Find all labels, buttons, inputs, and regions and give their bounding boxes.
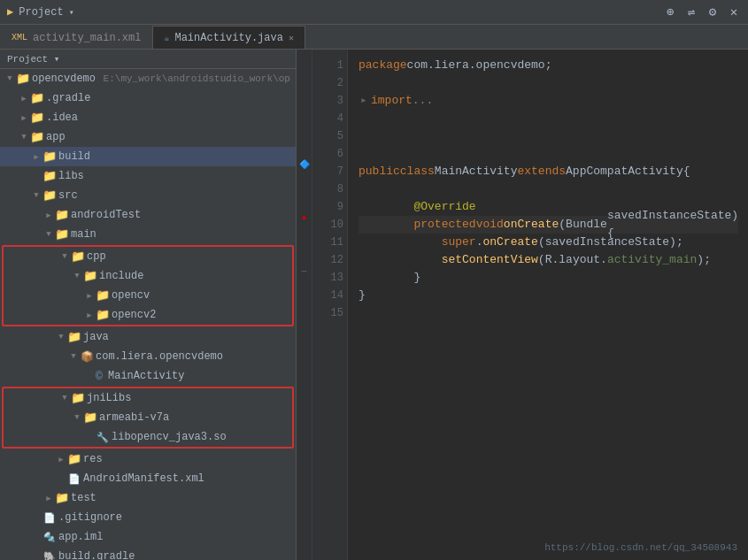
so-file-icon: 🔧: [96, 432, 110, 442]
tab-activity-main[interactable]: XML activity_main.xml: [0, 26, 152, 49]
layout-name: activity_main: [607, 251, 697, 269]
gutter-14: [297, 280, 312, 297]
gutter-12: [297, 244, 312, 262]
tree-item-com-liera[interactable]: ▼ 📦 com.liera.opencvdemo: [0, 347, 296, 366]
brace-close-class: }: [359, 287, 366, 304]
code-line-14: }: [359, 287, 738, 304]
arrow-opencvdemo: ▼: [4, 73, 16, 85]
folder-icon-libs: 📁: [42, 171, 57, 181]
folder-icon-app: 📁: [30, 132, 44, 142]
folder-icon-main: 📁: [55, 229, 69, 240]
brace-close-method: }: [413, 269, 420, 287]
folder-icon-jnilibs: 📁: [71, 393, 85, 403]
label-idea: .idea: [46, 111, 78, 124]
panel-header: Project ▾: [0, 50, 296, 69]
code-line-10: protected void onCreate(Bundle savedInst…: [359, 216, 738, 234]
split-icon[interactable]: ⇌: [684, 5, 698, 19]
gutter-4: [297, 103, 312, 120]
tree-item-res[interactable]: ▶ 📁 res: [0, 449, 296, 469]
folder-icon-include: 📁: [83, 271, 97, 281]
tree-item-opencvdemo[interactable]: ▼ 📁 opencvdemo E:\my_work\androidstudio_…: [0, 69, 296, 88]
close-icon[interactable]: ✕: [727, 5, 741, 19]
tree-item-src[interactable]: ▼ 📁 src: [0, 186, 296, 205]
label-androidtest: androidTest: [71, 209, 141, 221]
arrow-main: ▼: [42, 228, 55, 241]
label-src: src: [58, 189, 78, 202]
tree-item-app[interactable]: ▼ 📁 app: [0, 127, 296, 147]
tree-item-opencv[interactable]: ▶ 📁 opencv: [4, 286, 292, 305]
classname-appcompat: AppCompatActivity: [566, 163, 683, 180]
tree-item-gradle-hidden[interactable]: ▶ 📁 .gradle: [0, 88, 296, 108]
tree-item-build-gradle-app[interactable]: ▶ 🐘 build.gradle: [0, 547, 296, 560]
code-line-6: [359, 145, 738, 163]
arrow-gradle-hidden: ▶: [18, 92, 30, 104]
folder-icon-res: 📁: [67, 454, 81, 464]
gitignore-app-icon: 📄: [42, 512, 57, 523]
super-args: (savedInstanceState);: [538, 234, 683, 251]
java-class-icon: ©: [92, 371, 106, 381]
folder-icon-armeabi: 📁: [83, 412, 97, 423]
xml-tab-icon: XML: [12, 33, 27, 42]
tree-item-libopencv[interactable]: ▶ 🔧 libopencv_java3.so: [4, 427, 292, 447]
watermark: https://blog.csdn.net/qq_34508943: [544, 542, 737, 553]
label-opencv: opencv: [112, 289, 150, 302]
tree-item-app-iml[interactable]: ▶ 🔩 app.iml: [0, 527, 296, 547]
paren-close-cv: );: [697, 251, 711, 269]
line-numbers: 1 2 3 4 5 6 7 8 9 10 11 12 13 14 15: [312, 50, 348, 560]
tree-item-armeabi[interactable]: ▼ 📁 armeabi-v7a: [4, 408, 292, 427]
tree-item-gitignore-app[interactable]: ▶ 📄 .gitignore: [0, 508, 296, 527]
tree-item-idea[interactable]: ▶ 📁 .idea: [0, 108, 296, 127]
tree-item-java[interactable]: ▼ 📁 java: [0, 327, 296, 347]
label-com-liera: com.liera.opencvdemo: [96, 350, 223, 363]
tree-item-include[interactable]: ▼ 📁 include: [4, 266, 292, 286]
arrow-androidtest: ▶: [42, 209, 55, 221]
folder-icon-java: 📁: [67, 332, 81, 342]
kw-extends: extends: [517, 163, 566, 180]
gutter-15: [297, 297, 312, 315]
code-line-11: super.onCreate(savedInstanceState);: [359, 234, 738, 251]
code-line-12: setContentView(R.layout. activity_main);: [359, 251, 738, 269]
code-line-4: [359, 110, 738, 127]
code-line-8: [359, 180, 738, 198]
folder-icon-opencv: 📁: [96, 290, 110, 301]
code-line-7: public class MainActivity extends AppCom…: [359, 163, 738, 180]
tree-item-mainactivity[interactable]: ▶ © MainActivity: [0, 366, 296, 386]
gear-icon[interactable]: ⚙: [706, 5, 720, 19]
gutter-1: [297, 50, 312, 67]
indent-12: [359, 251, 442, 269]
fold-icon-import[interactable]: ▸: [359, 92, 369, 110]
arrow-java: ▼: [55, 331, 67, 343]
tree-item-libs[interactable]: ▶ 📁 libs: [0, 166, 296, 186]
project-dropdown-icon[interactable]: ▾: [69, 7, 74, 18]
gutter-5: [297, 120, 312, 138]
kw-public-class: public: [359, 163, 400, 180]
tree-item-androidmanifest[interactable]: ▶ 📄 AndroidManifest.xml: [0, 469, 296, 488]
folder-icon-src: 📁: [42, 190, 57, 201]
tab-label-main-activity: MainActivity.java: [174, 32, 282, 44]
tree-item-opencv2[interactable]: ▶ 📁 opencv2: [4, 305, 292, 325]
tab-close-icon[interactable]: ✕: [289, 33, 294, 43]
folder-icon-build: 📁: [42, 151, 57, 162]
tree-item-test[interactable]: ▶ 📁 test: [0, 488, 296, 508]
code-line-5: [359, 127, 738, 145]
tree-item-cpp[interactable]: ▼ 📁 cpp: [4, 247, 292, 266]
kw-import: import: [371, 92, 413, 110]
xml-file-icon: 📄: [67, 473, 81, 484]
gutter-8: [297, 173, 312, 191]
tab-main-activity[interactable]: ☕ MainActivity.java ✕: [152, 26, 305, 49]
tree-item-main[interactable]: ▼ 📁 main: [0, 225, 296, 244]
tab-label-activity-main: activity_main.xml: [33, 32, 141, 44]
tree-item-jnilibs[interactable]: ▼ 📁 jniLibs: [4, 388, 292, 408]
gutter-13: —: [297, 262, 312, 280]
toolbar-icons: ⊕ ⇌ ⚙ ✕: [663, 5, 741, 19]
project-title: Project: [19, 6, 63, 19]
tree-item-androidtest[interactable]: ▶ 📁 androidTest: [0, 205, 296, 225]
tree-item-build[interactable]: ▶ 📁 build: [0, 147, 296, 166]
type-bundle: Bundle: [566, 216, 607, 234]
globe-icon[interactable]: ⊕: [663, 5, 677, 19]
code-editor[interactable]: 🔷 ● — 1 2 3 4 5 6 7 8 9 10: [297, 50, 748, 560]
dot-1: .: [476, 234, 483, 251]
tabs-bar: XML activity_main.xml ☕ MainActivity.jav…: [0, 25, 748, 50]
kw-class: class: [400, 163, 435, 180]
kw-package: package: [359, 57, 407, 74]
